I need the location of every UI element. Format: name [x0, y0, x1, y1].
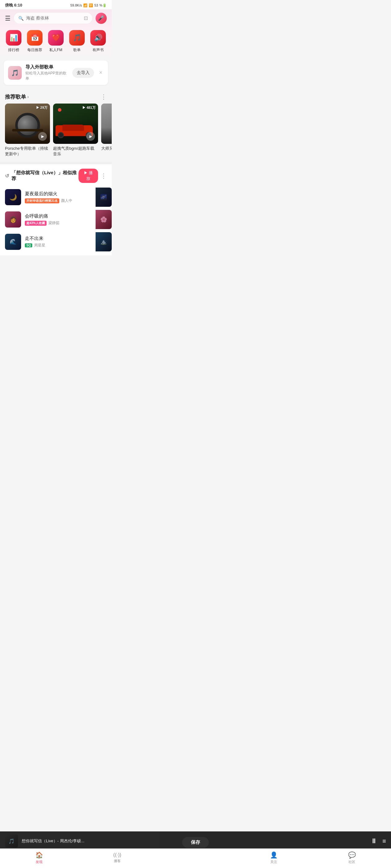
divider-1 [0, 162, 112, 164]
recommend-header: 推荐歌单 › ⋮ [0, 89, 112, 103]
song-artist-0: 颜人中 [61, 198, 72, 204]
playlist-icon: 🎵 [73, 34, 81, 42]
song-badge-1: 超43%人收藏 [25, 221, 47, 226]
song-item-1[interactable]: 👩 会呼吸的痛 超43%人收藏 梁静茹 ▶ 🌸 [0, 208, 112, 230]
import-text: 导入外部歌单 轻松导入其他APP里的歌单 [25, 64, 68, 81]
nav-item-audiobook[interactable]: 🔊 有声书 [90, 30, 106, 53]
song-title-0: 夏夜最后的烟火 [25, 191, 107, 197]
recommend-title[interactable]: 推荐歌单 › [5, 93, 29, 100]
fm-icon: ❤️ [52, 34, 60, 42]
side-thumb-0: 🌌 [95, 188, 112, 207]
playlist-label: 歌单 [73, 48, 81, 53]
playlist-thumb-1: 🛑 ▶ 481万 ▶ [53, 103, 98, 144]
audiobook-icon-box: 🔊 [90, 30, 106, 45]
import-title: 导入外部歌单 [25, 64, 68, 70]
audiobook-icon: 🔊 [94, 34, 103, 42]
playlist-card-2[interactable]: ▶ 446 ▶ 大师兄MB健身歌单 [101, 103, 112, 157]
playlist-name-0: Porsche专用歌单（持续更新中） [5, 146, 50, 157]
menu-button[interactable]: ☰ [5, 14, 10, 22]
play-count-1: ▶ 481万 [82, 105, 95, 110]
side-thumb-2: 🏔️ [95, 232, 112, 251]
song-info-1: 会呼吸的痛 超43%人收藏 梁静茹 [25, 213, 94, 226]
playlist-thumb-0: ▶ 29万 ▶ [5, 103, 50, 144]
status-bar: 傍晚 6:10 59.8K/s 📶 🛜 53 %🔋 [0, 0, 112, 9]
song-meta-1: 超43%人收藏 梁静茹 [25, 220, 94, 226]
scan-icon[interactable]: ⊡ [84, 15, 88, 21]
nav-item-fm[interactable]: ❤️ 私人FM [48, 30, 64, 53]
song-badge-2: SQ [25, 243, 32, 247]
recommend-more-button[interactable]: ⋮ [101, 93, 107, 100]
signal-icon: 📶 [83, 3, 87, 7]
battery-label: 53 [94, 3, 98, 7]
song-meta-2: SQ 周星星 [25, 243, 107, 248]
top-area: ☰ 🔍 海盗 蔡依林 ⊡ 🎤 📊 排行榜 📅 每日推荐 ❤️ 私人FM [0, 9, 112, 60]
play-button-0[interactable]: ▶ [38, 132, 47, 141]
header: ☰ 🔍 海盗 蔡依林 ⊡ 🎤 [0, 9, 112, 27]
song-thumb-2: 🌊 [5, 234, 21, 250]
play-count-0: ▶ 29万 [36, 105, 48, 110]
import-music-icon: 🎵 [11, 69, 19, 76]
search-bar[interactable]: 🔍 海盗 蔡依林 ⊡ [13, 12, 92, 24]
song-title-2: 走不出来 [25, 236, 107, 242]
nav-icons: 📊 排行榜 📅 每日推荐 ❤️ 私人FM 🎵 歌单 🔊 有声书 [0, 27, 112, 57]
battery-icon: %🔋 [99, 3, 107, 7]
playlist-name-1: 超拽气质bgm/超跑车载音乐 [53, 146, 98, 157]
side-thumb-1: 🌸 [95, 210, 112, 229]
playlist-row: ▶ 29万 ▶ Porsche专用歌单（持续更新中） 🛑 [0, 103, 112, 162]
playlist-name-2: 大师兄MB健身歌单 [101, 146, 112, 151]
song-thumb-1: 👩 [5, 211, 21, 227]
nav-item-daily[interactable]: 📅 每日推荐 [27, 30, 43, 53]
nav-item-charts[interactable]: 📊 排行榜 [6, 30, 21, 53]
play-button-1[interactable]: ▶ [86, 132, 95, 141]
similar-section: ↺ 「想你就写信（Live）」相似推荐 ▶ 播放 ⋮ 🌙 夏夜最后的烟火 开封华… [0, 164, 112, 255]
similar-title: ↺ 「想你就写信（Live）」相似推荐 [5, 170, 79, 182]
status-time: 傍晚 6:10 [5, 2, 22, 8]
import-icon: 🎵 [8, 66, 22, 80]
charts-icon-box: 📊 [6, 30, 21, 45]
search-icon: 🔍 [18, 16, 24, 21]
song-meta-0: 开封华语流行榜第31名 颜人中 [25, 198, 107, 204]
song-item-0[interactable]: 🌙 夏夜最后的烟火 开封华语流行榜第31名 颜人中 🌌 [0, 186, 112, 208]
nav-item-playlist[interactable]: 🎵 歌单 [69, 30, 85, 53]
bottom-spacer [0, 255, 112, 289]
fm-label: 私人FM [49, 48, 62, 53]
status-right: 59.8K/s 📶 🛜 53 %🔋 [71, 3, 107, 7]
similar-more-button[interactable]: ⋮ [101, 172, 107, 180]
search-input[interactable]: 海盗 蔡依林 [26, 16, 81, 21]
song-info-2: 走不出来 SQ 周星星 [25, 236, 107, 248]
similar-header: ↺ 「想你就写信（Live）」相似推荐 ▶ 播放 ⋮ [0, 164, 112, 186]
daily-icon-box: 📅 [27, 30, 43, 45]
playlist-card-0[interactable]: ▶ 29万 ▶ Porsche专用歌单（持续更新中） [5, 103, 50, 157]
import-button[interactable]: 去导入 [72, 68, 94, 78]
audiobook-label: 有声书 [92, 48, 104, 53]
charts-label: 排行榜 [8, 48, 19, 53]
fm-icon-box: ❤️ [48, 30, 64, 45]
network-speed: 59.8K/s [71, 3, 82, 7]
song-item-2[interactable]: 🌊 走不出来 SQ 周星星 🏔️ [0, 230, 112, 253]
mic-button[interactable]: 🎤 [95, 13, 107, 24]
charts-icon: 📊 [10, 34, 18, 42]
song-badge-0: 开封华语流行榜第31名 [25, 198, 59, 204]
playlist-icon-box: 🎵 [69, 30, 85, 45]
daily-icon: 📅 [31, 34, 39, 42]
refresh-icon[interactable]: ↺ [5, 173, 9, 179]
daily-label: 每日推荐 [27, 48, 42, 53]
recommend-section: 推荐歌单 › ⋮ ▶ 29万 ▶ Porsche专用歌单（ [0, 89, 112, 162]
main-content: 推荐歌单 › ⋮ ▶ 29万 ▶ Porsche专用歌单（ [0, 89, 112, 289]
playlist-card-1[interactable]: 🛑 ▶ 481万 ▶ 超拽气质bgm/超跑车载音乐 [53, 103, 98, 157]
wifi-icon: 🛜 [89, 3, 93, 7]
song-title-1: 会呼吸的痛 [25, 213, 94, 219]
play-all-button[interactable]: ▶ 播放 [79, 168, 98, 183]
song-info-0: 夏夜最后的烟火 开封华语流行榜第31名 颜人中 [25, 191, 107, 204]
import-close-button[interactable]: × [98, 68, 104, 77]
similar-title-text: 「想你就写信（Live）」相似推荐 [11, 170, 79, 182]
song-artist-1: 梁静茹 [48, 220, 60, 226]
recommend-arrow: › [27, 94, 29, 99]
playlist-thumb-2: ▶ 446 ▶ [101, 103, 112, 144]
song-artist-2: 周星星 [34, 243, 45, 248]
song-thumb-0: 🌙 [5, 189, 21, 205]
import-subtitle: 轻松导入其他APP里的歌单 [25, 71, 68, 81]
import-banner: 🎵 导入外部歌单 轻松导入其他APP里的歌单 去导入 × [4, 60, 108, 85]
